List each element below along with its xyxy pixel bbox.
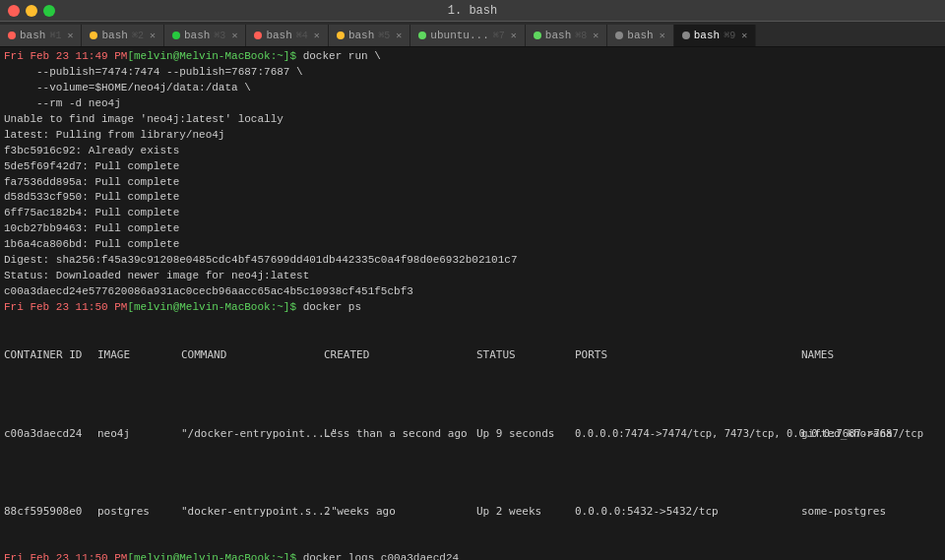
terminal-line: f3bc5916c92: Already exists <box>4 144 941 159</box>
terminal-line: c00a3daecd24e577620086a931ac0cecb96aacc6… <box>4 284 941 300</box>
terminal-line: 10cb27bb9463: Pull complete <box>4 221 941 237</box>
terminal-line: 1b6a4ca806bd: Pull complete <box>4 237 941 253</box>
docker-table-header: CONTAINER ID IMAGE COMMAND CREATED STATU… <box>4 316 941 395</box>
minimize-button[interactable] <box>26 5 37 17</box>
tab-bash-3[interactable]: bash ⌘3 ✕ <box>164 25 246 46</box>
terminal-line: Status: Downloaded newer image for neo4j… <box>4 269 941 284</box>
terminal-line: 6ff75ac182b4: Pull complete <box>4 206 941 221</box>
docker-table-row-2: 88cf595908e0 postgres "docker-entrypoint… <box>4 472 941 551</box>
tab-bash-active[interactable]: bash ⌘9 ✕ <box>674 25 756 46</box>
terminal-line: Unable to find image 'neo4j:latest' loca… <box>4 112 941 128</box>
terminal-line: d58d533cf950: Pull complete <box>4 190 941 206</box>
zoom-button[interactable] <box>43 5 55 17</box>
window-title: 1. bash <box>448 4 497 18</box>
tab-bash-5[interactable]: bash ⌘5 ✕ <box>329 25 410 46</box>
title-bar: 1. bash <box>0 0 945 22</box>
docker-table-row-1: c00a3daecd24 neo4j "/docker-entrypoint..… <box>4 395 941 473</box>
terminal-line: Fri Feb 23 11:50 PM[melvin@Melvin-MacBoo… <box>4 300 941 316</box>
tab-bash-4[interactable]: bash ⌘4 ✕ <box>246 25 328 46</box>
tab-bash-unnamed[interactable]: bash ✕ <box>607 25 673 46</box>
terminal-line: Fri Feb 23 11:49 PM[melvin@Melvin-MacBoo… <box>4 49 941 65</box>
terminal-line: Digest: sha256:f45a39c91208e0485cdc4bf45… <box>4 253 941 269</box>
terminal-line: --publish=7474:7474 --publish=7687:7687 … <box>4 65 941 81</box>
tab-bash-1[interactable]: bash ⌘1 ✕ <box>0 25 82 46</box>
terminal-line: --volume=$HOME/neo4j/data:/data \ <box>4 81 941 96</box>
close-button[interactable] <box>8 5 20 17</box>
tab-bar: bash ⌘1 ✕ bash ⌘2 ✕ bash ⌘3 ✕ bash ⌘4 ✕ … <box>0 22 945 47</box>
tab-bash-2[interactable]: bash ⌘2 ✕ <box>82 25 163 46</box>
terminal-line: 5de5f69f42d7: Pull complete <box>4 159 941 175</box>
terminal-line: latest: Pulling from library/neo4j <box>4 128 941 144</box>
tab-bash-8[interactable]: bash ⌘8 ✕ <box>526 25 607 46</box>
terminal-line: --rm -d neo4j <box>4 96 941 112</box>
terminal[interactable]: Fri Feb 23 11:49 PM[melvin@Melvin-MacBoo… <box>0 47 945 560</box>
tab-ubuntu-7[interactable]: ubuntu... ⌘7 ✕ <box>410 25 525 46</box>
terminal-line: fa7536dd895a: Pull complete <box>4 175 941 191</box>
terminal-line: Fri Feb 23 11:50 PM[melvin@Melvin-MacBoo… <box>4 551 941 560</box>
